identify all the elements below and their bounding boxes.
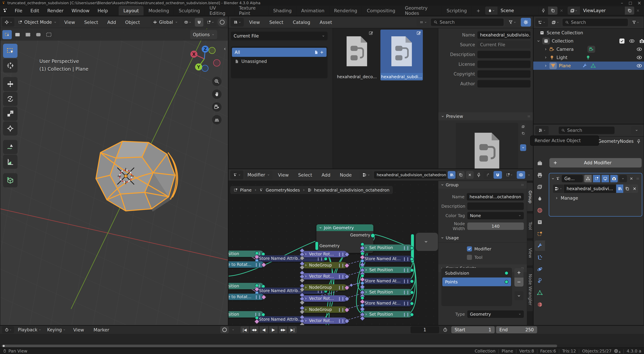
socket-remove-button[interactable] xyxy=(514,278,524,287)
tool-annotate[interactable] xyxy=(3,140,18,154)
end-frame-field[interactable]: End250 xyxy=(496,326,537,333)
jump-to-start-button[interactable]: |◀ xyxy=(240,326,249,333)
eye-icon[interactable] xyxy=(629,38,634,44)
outliner-row-collection[interactable]: Collection xyxy=(533,37,644,45)
collection-checkbox[interactable] xyxy=(620,38,624,43)
fake-user-button[interactable] xyxy=(616,184,623,193)
tool-measure[interactable] xyxy=(3,155,18,169)
node-group-icon-dropdown[interactable] xyxy=(360,171,373,179)
side-tab-view[interactable]: View xyxy=(527,241,533,266)
node-nodegroup[interactable]: NodeGroup❙❙ xyxy=(302,284,347,291)
add-modifier-button[interactable]: Add Modifier xyxy=(550,158,642,167)
viewlayer-selector[interactable]: ViewLayer xyxy=(568,6,641,15)
select-mode-lasso-button[interactable] xyxy=(34,30,43,39)
collapse-chevron-icon[interactable] xyxy=(551,177,554,180)
proportional-edit-icon[interactable] xyxy=(218,18,227,26)
node-s-angle-to-rotat-[interactable]: s Angle to Rotat...❙❙ xyxy=(228,294,264,300)
navigation-gizmo[interactable]: X Z Y xyxy=(190,45,220,71)
breadcrumb-modifier[interactable]: GeometryNodes xyxy=(266,188,300,193)
eye-icon[interactable] xyxy=(636,55,642,60)
prev-keyframe-button[interactable]: ◀◆ xyxy=(250,326,258,333)
start-frame-field[interactable]: Start1 xyxy=(451,326,495,333)
viewlayer-copy-button[interactable] xyxy=(625,6,634,15)
node-s-angle-to-rotat-[interactable]: s Angle to Rotat...❙❙ xyxy=(228,261,264,268)
outliner-search-input[interactable]: Search xyxy=(562,19,628,26)
outliner-row-camera[interactable]: Camera xyxy=(533,45,644,53)
catalog-item-unassigned[interactable]: Unassigned xyxy=(231,57,328,66)
asset-filter-button[interactable] xyxy=(505,18,520,26)
properties-tab-world[interactable] xyxy=(534,205,545,216)
timeline-menu-view[interactable]: View xyxy=(69,327,88,333)
range-handle[interactable] xyxy=(3,345,5,347)
close-button[interactable]: × xyxy=(634,0,644,6)
asset-menu-view[interactable]: View xyxy=(245,20,264,25)
chevron-right-icon[interactable] xyxy=(544,48,548,51)
output-socket[interactable] xyxy=(410,246,414,250)
scene-unlink-icon[interactable] xyxy=(558,6,565,15)
properties-tab-view-layer[interactable] xyxy=(534,182,545,192)
tool-move[interactable] xyxy=(3,77,18,91)
tool-scale[interactable] xyxy=(3,107,18,121)
jump-to-end-button[interactable]: ▶| xyxy=(288,326,297,333)
outliner-type-button[interactable] xyxy=(535,18,548,26)
tool-rotate[interactable] xyxy=(3,92,18,106)
properties-tab-tool[interactable] xyxy=(534,158,545,169)
breadcrumb-object[interactable]: Plane xyxy=(240,188,252,193)
properties-search-input[interactable]: Search xyxy=(559,127,614,134)
node-store-named-attrib-[interactable]: Store Named Attrib...❙❙ xyxy=(362,256,412,262)
output-socket[interactable] xyxy=(410,313,414,317)
modifier-extras-dropdown[interactable] xyxy=(619,175,627,182)
properties-tab-constraints[interactable] xyxy=(534,276,545,286)
description-input[interactable] xyxy=(467,202,524,210)
asset-library-dropdown[interactable]: Current File xyxy=(231,32,328,40)
play-button[interactable]: ▶ xyxy=(269,326,278,333)
pin-icon[interactable] xyxy=(475,173,482,177)
tool-add-cube[interactable] xyxy=(3,173,18,187)
asset-menu-asset[interactable]: Asset xyxy=(316,20,336,25)
viewport-menu-add[interactable]: Add xyxy=(103,20,120,25)
scene-copy-button[interactable] xyxy=(548,6,558,15)
workspace-tab-geometry-nodes[interactable]: Geometry Nodes xyxy=(400,6,442,15)
toggle-viewport-display[interactable] xyxy=(593,175,600,182)
properties-tab-particles[interactable] xyxy=(534,252,545,263)
asset-search-input[interactable]: Search xyxy=(431,18,504,26)
chevron-right-icon[interactable] xyxy=(544,64,548,67)
properties-tab-object-data[interactable] xyxy=(534,288,545,298)
socket-geometry-in-pill[interactable] xyxy=(315,242,318,250)
select-mode-lasso2-button[interactable] xyxy=(44,30,54,39)
socket-add-button[interactable] xyxy=(514,268,524,277)
outliner-filter-button[interactable] xyxy=(629,18,642,26)
node-set-position[interactable]: Set Position❙❙ xyxy=(362,267,412,273)
workspace-tab-sculpting[interactable]: Sculpting xyxy=(174,6,205,15)
pan-button[interactable] xyxy=(212,89,222,99)
node-vector-rotate[interactable]: Vector Rotate❙❙ xyxy=(302,251,347,257)
workspace-tab-animation[interactable]: Animation xyxy=(296,6,330,15)
current-frame-field[interactable]: 1 xyxy=(410,326,439,333)
socket-menu-button[interactable] xyxy=(514,291,524,300)
output-socket[interactable] xyxy=(410,268,414,272)
catalog-item-all[interactable]: All xyxy=(232,48,326,57)
panel-grip-icon[interactable] xyxy=(527,114,531,118)
output-socket[interactable] xyxy=(410,291,414,294)
asset-field-description[interactable] xyxy=(477,51,530,58)
eye-icon[interactable] xyxy=(636,63,642,68)
options-dropdown[interactable]: Options xyxy=(190,30,217,39)
auto-keying-dropdown[interactable] xyxy=(230,329,236,331)
output-socket[interactable] xyxy=(324,257,328,261)
select-mode-tweak-button[interactable] xyxy=(2,30,12,39)
workspace-tab-rendering[interactable]: Rendering xyxy=(329,6,362,15)
modifier-name-field[interactable]: Ge... xyxy=(562,175,583,182)
zoom-button[interactable] xyxy=(212,77,222,86)
output-socket[interactable] xyxy=(410,257,414,261)
toggle-edit-mode-display[interactable] xyxy=(584,175,592,182)
timeline-ruler[interactable] xyxy=(0,334,644,344)
output-socket[interactable] xyxy=(410,280,414,283)
camera-view-button[interactable] xyxy=(212,102,222,112)
collapse-chevron-icon[interactable] xyxy=(319,226,322,229)
workspace-tab-scripting[interactable]: Scripting xyxy=(442,6,472,15)
timeline-editor-type-button[interactable] xyxy=(2,326,14,333)
pin-icon[interactable] xyxy=(636,139,641,144)
use-preview-range-button[interactable] xyxy=(440,328,450,332)
menu-help[interactable]: Help xyxy=(94,6,112,15)
camera-visibility-icon[interactable] xyxy=(639,38,644,43)
